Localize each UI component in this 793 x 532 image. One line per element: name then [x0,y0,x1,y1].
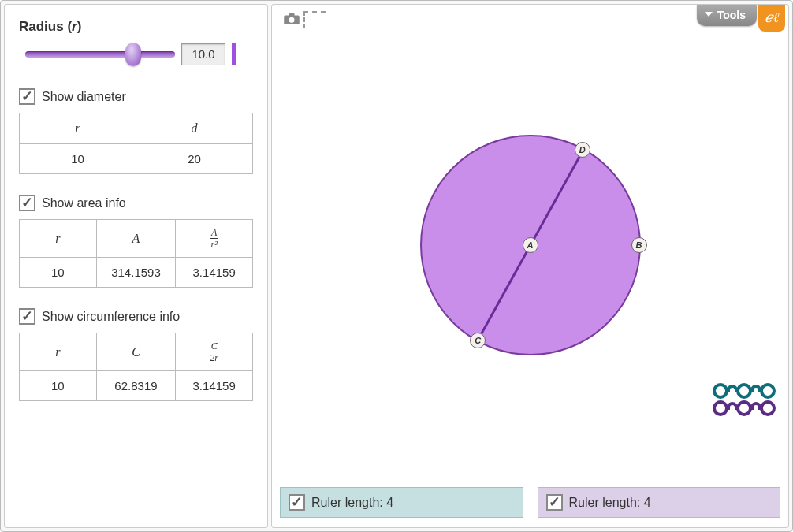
tools-label: Tools [717,9,746,21]
header-C-over-2r: C 2r [176,333,253,371]
radius-label-var: r [72,19,77,34]
header-d: d [136,113,253,144]
camera-icon[interactable] [283,13,300,25]
point-A[interactable]: A [523,237,538,253]
header-A-over-r2: A r² [176,220,253,258]
show-diameter-label: Show diameter [42,90,126,104]
radius-slider-row: 10.0 [19,43,253,66]
ruler-purple-checkbox[interactable] [546,494,563,511]
cell-ratio: 3.14159 [176,258,253,288]
point-C[interactable]: C [470,333,486,348]
diameter-table: r d 10 20 [19,113,253,174]
table-row: r d [20,113,253,144]
cell-d: 20 [136,144,253,174]
circumference-table: r C C 2r 10 62.8319 3.14159 [19,333,253,401]
ruler-teal-label: Ruler length: 4 [311,496,393,510]
frac-num: A [210,228,218,239]
brand-logo: ℯℓ [758,5,785,32]
cell-r: 10 [20,258,97,288]
cell-r: 10 [20,371,97,401]
tools-dropdown[interactable]: Tools [697,5,757,26]
header-C: C [96,333,176,371]
slider-track [25,51,175,58]
header-r: r [20,220,97,258]
frac-den: r² [210,239,218,249]
show-area-row: Show area info [19,195,253,211]
header-A: A [96,220,176,258]
point-D[interactable]: D [575,142,590,158]
slider-thumb[interactable] [125,43,141,66]
ruler-purple-label: Ruler length: 4 [569,496,651,510]
ruler-status-bars: Ruler length: 4 Ruler length: 4 [280,487,780,518]
ruler-length-teal: Ruler length: 4 [280,487,523,518]
ruler-tool-palette [713,383,776,418]
svg-rect-1 [289,13,294,17]
table-row: 10 314.1593 3.14159 [20,258,253,288]
radius-value-field[interactable]: 10.0 [181,43,225,65]
cell-ratio: 3.14159 [176,371,253,401]
area-table: r A A r² 10 314.1593 3.14159 [19,219,253,288]
cell-C: 62.8319 [96,371,176,401]
canvas-area[interactable]: Tools ℯℓ A B C D Ruler length: 4 [271,4,789,528]
radius-heading: Radius (r) [19,19,253,35]
ruler-length-purple: Ruler length: 4 [538,487,781,518]
point-B[interactable]: B [631,237,647,253]
ruler-teal-checkbox[interactable] [289,494,305,511]
radius-label-suffix: ) [77,19,82,34]
svg-point-2 [289,17,294,23]
show-circumference-row: Show circumference info [19,308,253,325]
table-row: r C C 2r [20,333,253,371]
radius-label-prefix: Radius ( [19,19,72,34]
table-row: 10 62.8319 3.14159 [20,371,253,401]
ruler-tool-purple[interactable] [713,400,776,416]
circle-stage: A B C D [420,135,641,355]
show-area-label: Show area info [42,196,126,210]
ruler-tool-teal[interactable] [713,383,776,399]
value-indicator [232,43,236,65]
show-diameter-row: Show diameter [19,88,253,105]
radius-slider[interactable] [25,43,175,66]
circle[interactable]: A B C D [420,135,641,355]
show-diameter-checkbox[interactable] [19,88,35,105]
table-row: 10 20 [20,144,253,174]
show-area-checkbox[interactable] [19,195,35,211]
show-circumference-checkbox[interactable] [19,308,35,325]
crop-frame-icon[interactable] [303,11,326,28]
show-circumference-label: Show circumference info [42,310,180,324]
control-sidebar: Radius (r) 10.0 Show diameter r d 10 20 [4,4,268,528]
app-root: Radius (r) 10.0 Show diameter r d 10 20 [0,0,793,532]
frac-num: C [210,341,219,352]
cell-r: 10 [20,144,136,174]
header-r: r [20,113,136,144]
header-r: r [20,333,97,371]
cell-A: 314.1593 [96,258,176,288]
table-row: r A A r² [20,220,253,258]
frac-den: 2r [210,352,219,363]
